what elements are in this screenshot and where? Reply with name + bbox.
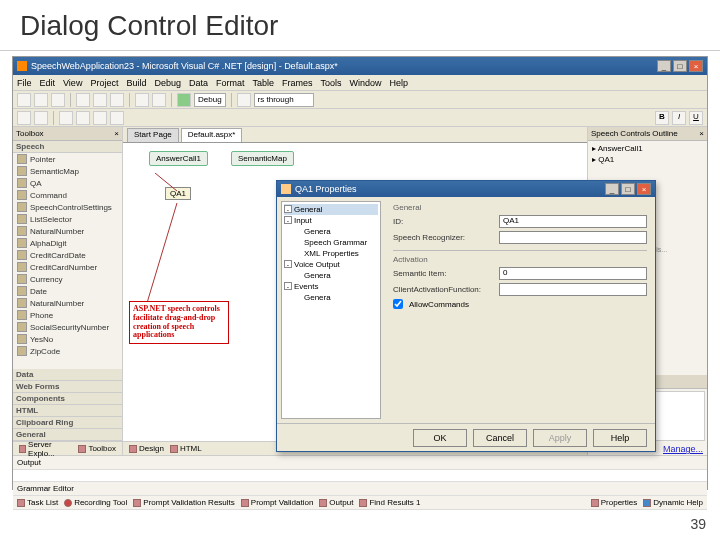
tb-listselector[interactable]: ListSelector xyxy=(13,213,122,225)
tree-events[interactable]: -Events xyxy=(284,281,378,292)
speechindex-input[interactable] xyxy=(499,231,647,244)
tree-vo-genera[interactable]: Genera xyxy=(284,270,378,281)
tree-speech-grammar[interactable]: Speech Grammar xyxy=(284,237,378,248)
tree-xml-props[interactable]: XML Properties xyxy=(284,248,378,259)
tb-date[interactable]: Date xyxy=(13,285,122,297)
tb-phone[interactable]: Phone xyxy=(13,309,122,321)
close-button[interactable]: × xyxy=(689,60,703,72)
semanticitem-input[interactable]: 0 xyxy=(499,267,647,280)
tree-ev-genera[interactable]: Genera xyxy=(284,292,378,303)
help-button[interactable]: Help xyxy=(593,429,647,447)
italic-icon[interactable]: I xyxy=(672,111,686,125)
menu-debug[interactable]: Debug xyxy=(154,78,181,88)
redo-icon[interactable] xyxy=(152,93,166,107)
tb-command[interactable]: Command xyxy=(13,189,122,201)
tab-promptval-results[interactable]: Prompt Validation Results xyxy=(133,498,234,507)
dialog-tree[interactable]: -General -Input Genera Speech Grammar XM… xyxy=(281,201,381,419)
menu-data[interactable]: Data xyxy=(189,78,208,88)
menu-edit[interactable]: Edit xyxy=(40,78,56,88)
tab-dynhelp[interactable]: Dynamic Help xyxy=(643,498,703,507)
outline-qa1[interactable]: ▸ QA1 xyxy=(590,154,705,165)
outline-answercall[interactable]: ▸ AnswerCall1 xyxy=(590,143,705,154)
tab-design-view[interactable]: Design xyxy=(129,444,164,453)
dialog-close[interactable]: × xyxy=(637,183,651,195)
menu-table[interactable]: Table xyxy=(252,78,274,88)
bold-icon[interactable]: B xyxy=(655,111,669,125)
menu-view[interactable]: View xyxy=(63,78,82,88)
tab-recording[interactable]: Recording Tool xyxy=(64,498,127,507)
tab-html-view[interactable]: HTML xyxy=(170,444,202,453)
tb-natnum2[interactable]: NaturalNumber xyxy=(13,297,122,309)
tb-ccdate[interactable]: CreditCardDate xyxy=(13,249,122,261)
semanticmap-control[interactable]: SemanticMap xyxy=(231,151,294,166)
expand-icon[interactable]: - xyxy=(284,260,292,268)
menu-tools[interactable]: Tools xyxy=(321,78,342,88)
start-icon[interactable] xyxy=(177,93,191,107)
dialog-titlebar[interactable]: QA1 Properties _ □ × xyxy=(277,181,655,197)
tab-toolbox[interactable]: Toolbox xyxy=(78,444,116,453)
toolbox-cat-html[interactable]: HTML xyxy=(13,405,122,417)
save-icon[interactable] xyxy=(51,93,65,107)
menu-help[interactable]: Help xyxy=(390,78,409,88)
tab-output[interactable]: Output xyxy=(319,498,353,507)
minimize-button[interactable]: _ xyxy=(657,60,671,72)
menu-frames[interactable]: Frames xyxy=(282,78,313,88)
undo-icon[interactable] xyxy=(135,93,149,107)
toolbox-cat-webforms[interactable]: Web Forms xyxy=(13,381,122,393)
tree-input-genera[interactable]: Genera xyxy=(284,226,378,237)
tb-natnum[interactable]: NaturalNumber xyxy=(13,225,122,237)
tab-default-aspx[interactable]: Default.aspx* xyxy=(181,128,243,142)
tb-speechctrlset[interactable]: SpeechControlSettings xyxy=(13,201,122,213)
copy-icon[interactable] xyxy=(93,93,107,107)
maximize-button[interactable]: □ xyxy=(673,60,687,72)
btn-b[interactable] xyxy=(34,111,48,125)
clientfn-input[interactable] xyxy=(499,283,647,296)
dialog-maximize[interactable]: □ xyxy=(621,183,635,195)
allowcommands-checkbox[interactable] xyxy=(393,299,403,309)
open-icon[interactable] xyxy=(34,93,48,107)
menu-project[interactable]: Project xyxy=(90,78,118,88)
tb-ccnum[interactable]: CreditCardNumber xyxy=(13,261,122,273)
tb-qa[interactable]: QA xyxy=(13,177,122,189)
tab-server-explorer[interactable]: Server Explo... xyxy=(19,440,72,458)
cut-icon[interactable] xyxy=(76,93,90,107)
paste-icon[interactable] xyxy=(110,93,124,107)
tb-zipcode[interactable]: ZipCode xyxy=(13,345,122,357)
dialog-minimize[interactable]: _ xyxy=(605,183,619,195)
toolbox-cat-data[interactable]: Data xyxy=(13,369,122,381)
tree-voice-output[interactable]: -Voice Output xyxy=(284,259,378,270)
tree-general[interactable]: -General xyxy=(284,204,378,215)
menu-format[interactable]: Format xyxy=(216,78,245,88)
apply-button[interactable]: Apply xyxy=(533,429,587,447)
tab-findresults[interactable]: Find Results 1 xyxy=(359,498,420,507)
btn-e[interactable] xyxy=(93,111,107,125)
tb-pointer[interactable]: Pointer xyxy=(13,153,122,165)
btn-d[interactable] xyxy=(76,111,90,125)
find-icon[interactable] xyxy=(237,93,251,107)
tb-ssn[interactable]: SocialSecurityNumber xyxy=(13,321,122,333)
btn-a[interactable] xyxy=(17,111,31,125)
cancel-button[interactable]: Cancel xyxy=(473,429,527,447)
menu-build[interactable]: Build xyxy=(126,78,146,88)
pin-icon[interactable]: × xyxy=(114,129,119,138)
ok-button[interactable]: OK xyxy=(413,429,467,447)
tb-yesno[interactable]: YesNo xyxy=(13,333,122,345)
find-dropdown[interactable]: rs through xyxy=(254,93,314,107)
menu-window[interactable]: Window xyxy=(350,78,382,88)
expand-icon[interactable]: - xyxy=(284,282,292,290)
qa1-node[interactable]: QA1 xyxy=(165,187,191,200)
toolbox-cat-clipboard[interactable]: Clipboard Ring xyxy=(13,417,122,429)
expand-icon[interactable]: - xyxy=(284,205,292,213)
btn-f[interactable] xyxy=(110,111,124,125)
answercall-control[interactable]: AnswerCall1 xyxy=(149,151,208,166)
new-project-icon[interactable] xyxy=(17,93,31,107)
tree-input[interactable]: -Input xyxy=(284,215,378,226)
btn-c[interactable] xyxy=(59,111,73,125)
tb-alphadigit[interactable]: AlphaDigit xyxy=(13,237,122,249)
underline-icon[interactable]: U xyxy=(689,111,703,125)
tab-start-page[interactable]: Start Page xyxy=(127,128,179,142)
expand-icon[interactable]: - xyxy=(284,216,292,224)
config-dropdown[interactable]: Debug xyxy=(194,93,226,107)
tab-properties[interactable]: Properties xyxy=(591,498,637,507)
tab-tasklist[interactable]: Task List xyxy=(17,498,58,507)
